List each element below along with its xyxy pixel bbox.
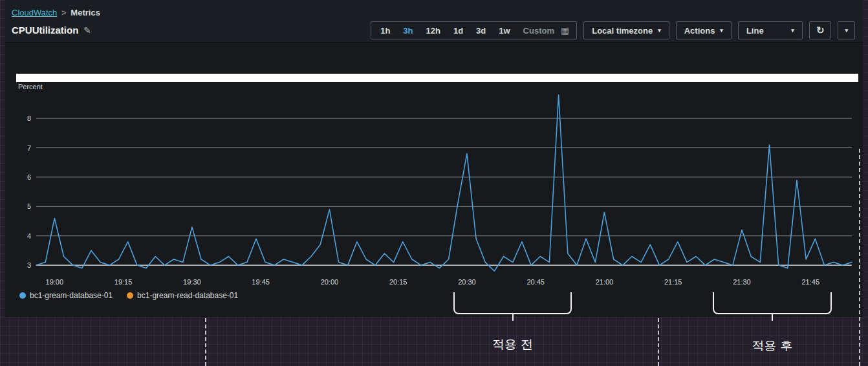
time-range-1d[interactable]: 1d bbox=[447, 26, 470, 36]
title-row: CPUUtilization ✎ bbox=[12, 25, 91, 36]
timezone-label: Local timezone bbox=[592, 26, 653, 36]
timezone-dropdown[interactable]: Local timezone ▾ bbox=[583, 21, 669, 39]
svg-text:8: 8 bbox=[27, 114, 31, 122]
svg-text:21:45: 21:45 bbox=[801, 278, 819, 286]
annotation-label-before: 적용 전 bbox=[453, 336, 572, 353]
refresh-button[interactable]: ↻ bbox=[809, 21, 832, 39]
chevron-down-icon: ▾ bbox=[658, 27, 661, 34]
legend-item[interactable]: bc1-gream-database-01 bbox=[19, 291, 113, 300]
svg-text:20:00: 20:00 bbox=[321, 278, 339, 286]
chevron-down-icon: ▾ bbox=[720, 27, 723, 34]
time-range-12h[interactable]: 12h bbox=[420, 26, 447, 36]
calendar-icon[interactable]: ▦ bbox=[561, 25, 574, 36]
legend-item[interactable]: bc1-gream-read-database-01 bbox=[127, 291, 238, 300]
svg-text:5: 5 bbox=[27, 202, 31, 210]
cloudwatch-panel: CloudWatch > Metrics CPUUtilization ✎ 1h… bbox=[5, 0, 863, 317]
svg-text:21:00: 21:00 bbox=[596, 278, 614, 286]
time-range-3h[interactable]: 3h bbox=[396, 26, 419, 36]
svg-text:20:45: 20:45 bbox=[526, 278, 545, 286]
guide-line-right bbox=[859, 149, 860, 366]
breadcrumb: CloudWatch > Metrics bbox=[12, 8, 100, 17]
time-range-1h[interactable]: 1h bbox=[374, 26, 396, 36]
axis-unit-label: Percent bbox=[18, 83, 43, 91]
actions-button[interactable]: Actions ▾ bbox=[676, 21, 732, 39]
svg-text:19:15: 19:15 bbox=[114, 278, 133, 286]
edit-icon[interactable]: ✎ bbox=[83, 25, 91, 36]
annotation-label-after: 적용 후 bbox=[713, 338, 832, 354]
svg-text:6: 6 bbox=[27, 173, 31, 181]
svg-text:19:30: 19:30 bbox=[183, 278, 201, 286]
svg-text:21:15: 21:15 bbox=[664, 278, 682, 286]
chevron-down-icon: ▾ bbox=[845, 27, 848, 34]
chart-plot[interactable]: 34567819:0019:1519:3019:4520:0020:1520:3… bbox=[14, 91, 855, 288]
annotation-brace-after bbox=[713, 292, 832, 314]
actions-label: Actions bbox=[684, 26, 715, 36]
chart-type-label: Line bbox=[746, 26, 764, 36]
svg-text:20:15: 20:15 bbox=[389, 278, 407, 286]
cpu-utilization-chart[interactable]: 34567819:0019:1519:3019:4520:0020:1520:3… bbox=[14, 91, 855, 288]
series-name: bc1-gream-read-database-01 bbox=[137, 291, 238, 300]
svg-text:7: 7 bbox=[27, 144, 31, 152]
svg-text:20:30: 20:30 bbox=[458, 278, 476, 286]
guide-line-center bbox=[658, 318, 659, 366]
series-color-dot bbox=[127, 292, 133, 299]
breadcrumb-separator-icon: > bbox=[61, 8, 66, 17]
refresh-icon: ↻ bbox=[816, 25, 825, 36]
more-options-button[interactable]: ▾ bbox=[838, 21, 855, 39]
toolbar: 1h 3h 12h 1d 3d 1w Custom ▦ Local timezo… bbox=[371, 21, 855, 39]
series-color-dot bbox=[19, 292, 26, 299]
page-title: CPUUtilization bbox=[12, 25, 78, 36]
breadcrumb-link-cloudwatch[interactable]: CloudWatch bbox=[12, 8, 57, 17]
chevron-down-icon: ▾ bbox=[791, 27, 794, 34]
svg-text:21:30: 21:30 bbox=[733, 278, 751, 286]
svg-text:3: 3 bbox=[27, 261, 31, 269]
time-range-control: 1h 3h 12h 1d 3d 1w Custom ▦ bbox=[371, 21, 577, 39]
svg-text:4: 4 bbox=[27, 232, 31, 240]
time-range-1w[interactable]: 1w bbox=[492, 26, 516, 36]
series-name: bc1-gream-database-01 bbox=[30, 291, 113, 300]
breadcrumb-item-metrics: Metrics bbox=[71, 8, 100, 17]
svg-text:19:00: 19:00 bbox=[46, 278, 64, 286]
header: CloudWatch > Metrics CPUUtilization ✎ 1h… bbox=[5, 0, 863, 43]
time-range-custom[interactable]: Custom bbox=[517, 26, 561, 36]
time-range-3d[interactable]: 3d bbox=[470, 26, 492, 36]
guide-line-left bbox=[205, 318, 206, 366]
masked-region bbox=[16, 74, 858, 82]
svg-text:19:45: 19:45 bbox=[252, 278, 270, 286]
annotation-brace-before bbox=[453, 292, 572, 314]
chart-type-dropdown[interactable]: Line ▾ bbox=[738, 21, 803, 39]
chart-legend: bc1-gream-database-01 bc1-gream-read-dat… bbox=[19, 291, 238, 300]
